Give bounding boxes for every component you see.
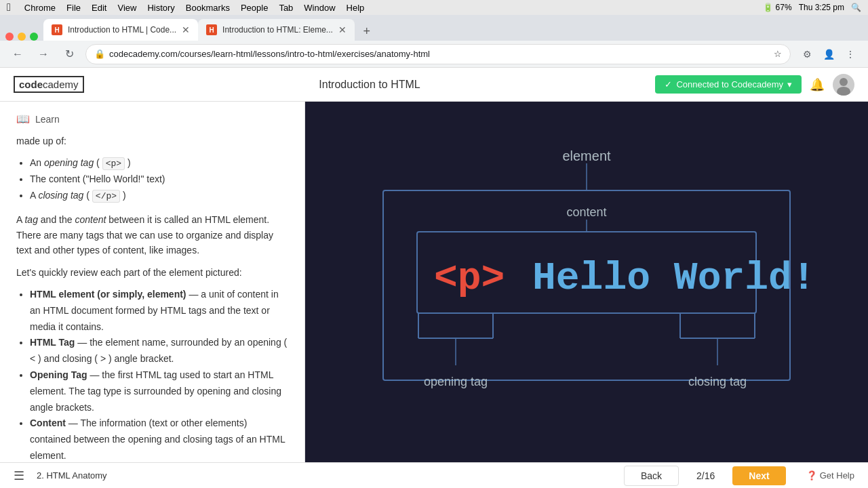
- star-icon[interactable]: ☆: [774, 49, 782, 59]
- apple-menu[interactable]: : [7, 1, 11, 14]
- content-text: Hello World!: [532, 256, 810, 300]
- forward-nav-button[interactable]: →: [34, 45, 53, 64]
- intro-text: made up of:: [16, 134, 288, 148]
- more-icon[interactable]: ⋮: [841, 45, 860, 64]
- closing-tag-label: closing tag: [688, 375, 747, 388]
- tab-1-favicon: H: [52, 24, 62, 35]
- notifications-icon[interactable]: 🔔: [810, 77, 825, 92]
- omnibar-right: ⚙ 👤 ⋮: [797, 45, 860, 64]
- connected-button[interactable]: ✓ Connected to Codecademy ▾: [655, 75, 802, 94]
- profile-icon[interactable]: 👤: [819, 45, 838, 64]
- view-menu[interactable]: View: [117, 3, 136, 13]
- p-close-code: </p>: [92, 190, 120, 203]
- menubar-right: 🔋 67% Thu 3:25 pm 🔍: [763, 3, 861, 12]
- traffic-lights: [5, 33, 38, 41]
- bullet-item-content: Content — The information (text or other…: [30, 415, 288, 464]
- progress-indicator: 2/16: [696, 470, 715, 481]
- closing-tag-em: closing tag: [38, 190, 83, 201]
- back-nav-button[interactable]: ←: [8, 45, 27, 64]
- logo-academy-text: cademy: [43, 79, 79, 90]
- tab-1[interactable]: H Introduction to HTML | Code... ✕: [43, 19, 198, 41]
- bullet-item-2: The content ("Hello World!" text): [30, 171, 288, 188]
- opening-tag-em: opening tag: [44, 157, 94, 168]
- tab-2-favicon: H: [206, 24, 217, 35]
- next-button[interactable]: Next: [732, 466, 785, 485]
- lesson-title: 2. HTML Anatomy: [37, 470, 107, 481]
- tab-2-close[interactable]: ✕: [338, 24, 347, 35]
- tabbar: H Introduction to HTML | Code... ✕ H Int…: [0, 15, 868, 41]
- bullet-item-opening-tag: Opening Tag — the first HTML tag used to…: [30, 367, 288, 415]
- bullet-item-html-element: HTML element (or simply, element) — a un…: [30, 287, 288, 335]
- minimize-window-button[interactable]: [18, 33, 26, 41]
- connected-label: Connected to Codecademy: [676, 79, 783, 89]
- address-bar[interactable]: 🔒 codecademy.com/courses/learn-html/less…: [85, 44, 791, 64]
- menubar:  Chrome File Edit View History Bookmark…: [0, 0, 868, 15]
- maximize-window-button[interactable]: [30, 33, 38, 41]
- open-tag-text: <p>: [434, 256, 505, 300]
- chrome-menu[interactable]: Chrome: [24, 3, 56, 13]
- new-tab-button[interactable]: +: [357, 22, 376, 41]
- para-2: Let's quickly review each part of the el…: [16, 265, 288, 280]
- bottom-bar: ☰ 2. HTML Anatomy Back 2/16 Next ❓ Get H…: [0, 462, 868, 488]
- main-content: 📖 Learn made up of: An opening tag ( <p>…: [0, 102, 868, 488]
- tab-2-title: Introduction to HTML: Eleme...: [222, 25, 333, 35]
- opening-tag-label: opening tag: [424, 375, 488, 388]
- search-icon[interactable]: 🔍: [851, 3, 861, 12]
- file-menu[interactable]: File: [66, 3, 81, 13]
- bookmarks-menu[interactable]: Bookmarks: [186, 3, 230, 13]
- learn-label: Learn: [35, 114, 60, 125]
- reload-button[interactable]: ↻: [60, 45, 79, 64]
- bullet-item-1: An opening tag ( <p> ): [30, 155, 288, 171]
- codecademy-logo[interactable]: codecademy: [14, 76, 84, 93]
- learn-header: 📖 Learn: [16, 102, 288, 134]
- battery-icon: 🔋 67%: [763, 3, 791, 12]
- course-title: Introduction to HTML: [95, 79, 645, 91]
- close-window-button[interactable]: [5, 33, 14, 41]
- url-display: codecademy.com/courses/learn-html/lesson…: [109, 49, 770, 59]
- right-panel: element content <p> Hello World! </p>: [305, 102, 868, 488]
- svg-point-0: [840, 78, 848, 86]
- help-label: Get Help: [820, 470, 854, 481]
- tab-2[interactable]: H Introduction to HTML: Eleme... ✕: [198, 19, 355, 41]
- tab-1-title: Introduction to HTML | Code...: [68, 25, 176, 35]
- cc-navbar: codecademy Introduction to HTML ✓ Connec…: [0, 68, 868, 102]
- logo-code-text: code: [19, 79, 43, 90]
- people-menu[interactable]: People: [241, 3, 268, 13]
- lock-icon: 🔒: [94, 49, 105, 59]
- tab-menu[interactable]: Tab: [279, 3, 293, 13]
- cc-right-nav: ✓ Connected to Codecademy ▾ 🔔: [655, 74, 854, 96]
- extensions-icon[interactable]: ⚙: [797, 45, 816, 64]
- bullet-list-1: An opening tag ( <p> ) The content ("Hel…: [30, 155, 288, 204]
- bullet-item-3: A closing tag ( </p> ): [30, 188, 288, 204]
- time-display: Thu 3:25 pm: [799, 3, 844, 12]
- left-panel: 📖 Learn made up of: An opening tag ( <p>…: [0, 102, 305, 488]
- window-menu[interactable]: Window: [304, 3, 335, 13]
- p-open-code: <p>: [102, 157, 125, 170]
- content-label: content: [566, 205, 606, 219]
- get-help-button[interactable]: ❓ Get Help: [806, 470, 854, 481]
- history-menu[interactable]: History: [147, 3, 174, 13]
- book-icon: 📖: [16, 113, 30, 125]
- bullet-list-2: HTML element (or simply, element) — a un…: [30, 287, 288, 464]
- back-button[interactable]: Back: [624, 466, 679, 486]
- diagram-svg: element content <p> Hello World! </p>: [363, 142, 810, 453]
- avatar[interactable]: [833, 74, 854, 96]
- para-1: A tag and the content between it is call…: [16, 212, 288, 258]
- tab-1-close[interactable]: ✕: [182, 24, 190, 35]
- edit-menu[interactable]: Edit: [92, 3, 106, 13]
- diagram: element content <p> Hello World! </p>: [363, 142, 810, 456]
- help-icon: ❓: [806, 470, 817, 481]
- element-label: element: [562, 148, 611, 163]
- bullet-item-html-tag: HTML Tag — the element name, surrounded …: [30, 335, 288, 367]
- hamburger-menu-icon[interactable]: ☰: [14, 468, 24, 483]
- svg-point-1: [837, 87, 850, 96]
- omnibar: ← → ↻ 🔒 codecademy.com/courses/learn-htm…: [0, 41, 868, 68]
- help-menu[interactable]: Help: [347, 3, 365, 13]
- chevron-down-icon: ▾: [787, 79, 792, 89]
- check-icon: ✓: [665, 79, 672, 89]
